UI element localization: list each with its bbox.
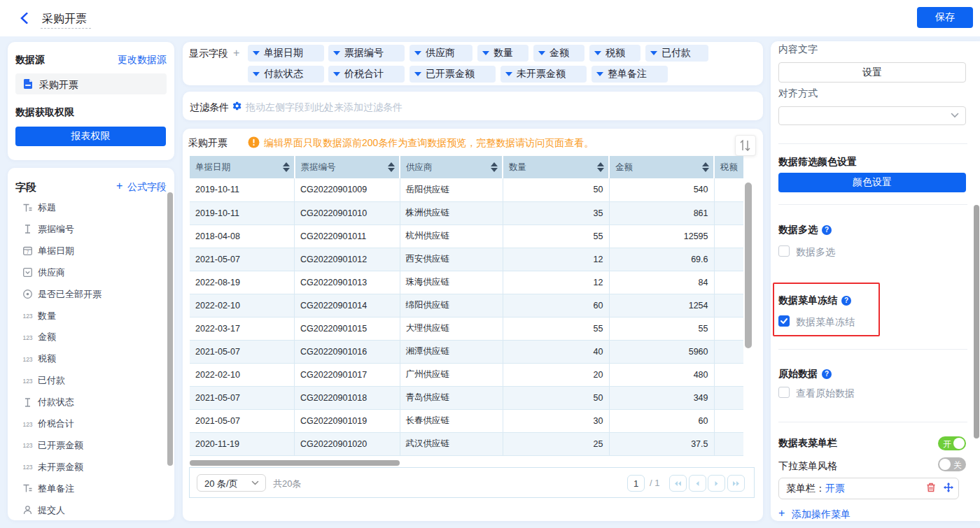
svg-text:123: 123 — [22, 442, 32, 449]
svg-text:123: 123 — [22, 313, 32, 320]
svg-text:123: 123 — [22, 356, 32, 363]
svg-text:123: 123 — [22, 421, 32, 428]
svg-text:7: 7 — [27, 250, 29, 255]
svg-text:123: 123 — [22, 334, 32, 341]
svg-text:123: 123 — [22, 464, 32, 471]
svg-text:123: 123 — [22, 378, 32, 385]
